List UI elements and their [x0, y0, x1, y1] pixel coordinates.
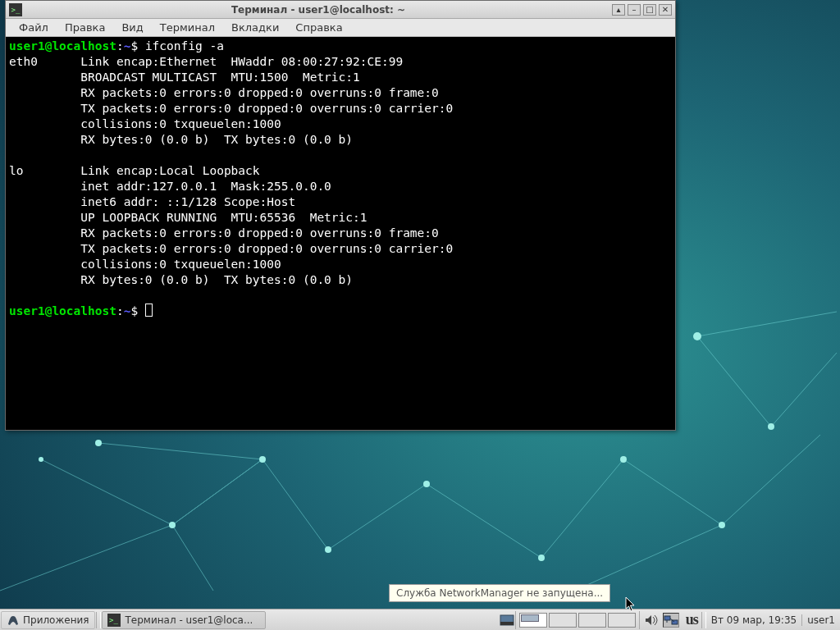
svg-point-23: [719, 522, 725, 528]
menu-tabs[interactable]: Вкладки: [223, 20, 287, 35]
workspace-2[interactable]: [549, 613, 577, 628]
minimize-button[interactable]: –: [628, 4, 641, 16]
svg-point-27: [39, 457, 43, 462]
terminal-icon: >_: [9, 3, 22, 16]
menu-file[interactable]: Файл: [11, 20, 57, 35]
network-icon[interactable]: [663, 613, 679, 628]
svg-point-24: [693, 332, 701, 340]
menu-terminal[interactable]: Терминал: [152, 20, 223, 35]
task-label: Терминал - user1@loca...: [126, 614, 253, 626]
svg-point-19: [325, 546, 331, 553]
svg-point-17: [169, 522, 176, 528]
svg-point-22: [620, 456, 627, 463]
taskbar: Приложения >_ Терминал - user1@loca... u…: [0, 609, 840, 630]
network-tooltip: Служба NetworkManager не запущена...: [389, 584, 610, 602]
terminal-content[interactable]: user1@localhost:~$ ifconfig -a eth0 Link…: [6, 37, 675, 430]
svg-point-21: [538, 555, 545, 561]
system-tray: [640, 613, 682, 628]
applications-menu-button[interactable]: Приложения: [1, 611, 95, 629]
menu-view[interactable]: Вид: [113, 20, 151, 35]
titlebar[interactable]: >_ Терминал - user1@localhost: ~ ▴ – □ ✕: [6, 1, 675, 19]
mouse-cursor-icon: [625, 596, 637, 613]
volume-icon[interactable]: [643, 613, 660, 628]
svg-point-25: [768, 423, 774, 430]
shade-button[interactable]: ▴: [612, 4, 625, 16]
close-button[interactable]: ✕: [659, 4, 672, 16]
terminal-window: >_ Терминал - user1@localhost: ~ ▴ – □ ✕…: [5, 0, 676, 431]
terminal-icon: >_: [107, 614, 121, 627]
menubar: Файл Правка Вид Терминал Вкладки Справка: [6, 19, 675, 37]
svg-point-20: [423, 481, 430, 487]
svg-rect-30: [664, 616, 670, 620]
svg-rect-29: [500, 622, 514, 625]
svg-point-26: [95, 440, 102, 446]
workspace-3[interactable]: [578, 613, 606, 628]
workspace-4[interactable]: [608, 613, 636, 628]
svg-point-18: [259, 456, 266, 463]
menu-help[interactable]: Справка: [287, 20, 350, 35]
maximize-button[interactable]: □: [643, 4, 656, 16]
separator: [96, 612, 101, 628]
window-title: Терминал - user1@localhost: ~: [27, 4, 609, 16]
workspace-1[interactable]: [519, 613, 547, 628]
workspace-pager: [515, 611, 640, 629]
taskbar-task-terminal[interactable]: >_ Терминал - user1@loca...: [102, 611, 266, 629]
clock[interactable]: Вт 09 мар, 19:35: [706, 614, 801, 626]
user-menu-button[interactable]: user1: [801, 614, 840, 626]
menu-edit[interactable]: Правка: [57, 20, 113, 35]
xfce-mouse-icon: [7, 614, 20, 627]
keyboard-layout-indicator[interactable]: us: [682, 611, 701, 628]
applications-label: Приложения: [23, 614, 89, 626]
show-desktop-button[interactable]: [499, 613, 515, 628]
